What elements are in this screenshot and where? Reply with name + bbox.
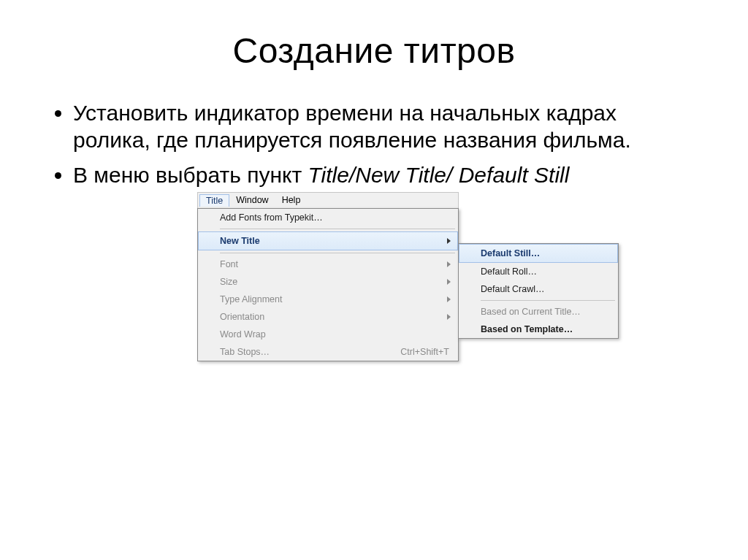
submenu-arrow-icon [447, 261, 451, 267]
slide-title: Создание титров [0, 0, 748, 84]
menuitem-label: Add Fonts from Typekit… [220, 212, 455, 223]
menuitem-label: Default Crawl… [481, 284, 615, 294]
submenu-based-current[interactable]: Based on Current Title… [459, 303, 618, 321]
menuitem-add-fonts[interactable]: Add Fonts from Typekit… [198, 209, 458, 226]
bullet-2-prefix: В меню выбрать пункт [73, 163, 308, 187]
menuitem-label: Based on Template… [481, 324, 615, 334]
menuitem-new-title[interactable]: New Title [198, 231, 458, 250]
menubar-window[interactable]: Window [229, 193, 275, 207]
submenu-arrow-icon [447, 238, 451, 244]
new-title-submenu: Default Still… Default Roll… Default Cra… [458, 243, 619, 339]
submenu-default-crawl[interactable]: Default Crawl… [459, 280, 618, 298]
menu-separator [481, 300, 615, 301]
menuitem-label: Default Roll… [481, 266, 615, 277]
menuitem-orientation[interactable]: Orientation [198, 308, 458, 326]
menuitem-tab-stops[interactable]: Tab Stops… Ctrl+Shift+T [198, 343, 458, 361]
menuitem-label: Word Wrap [220, 329, 455, 340]
menu-separator [220, 229, 455, 229]
menuitem-font[interactable]: Font [198, 256, 458, 273]
bullet-2-italic: Title/New Title/ Default Still [308, 163, 570, 187]
menuitem-label: Based on Current Title… [481, 307, 615, 317]
submenu-default-still[interactable]: Default Still… [459, 244, 618, 263]
menuitem-shortcut: Ctrl+Shift+T [400, 347, 455, 357]
slide-content: Установить индикатор времени на начальны… [0, 84, 748, 367]
menuitem-label: Size [220, 277, 447, 287]
menuitem-label: Tab Stops… [220, 347, 400, 357]
submenu-arrow-icon [447, 314, 451, 320]
menuitem-label: Font [220, 259, 447, 269]
submenu-default-roll[interactable]: Default Roll… [459, 263, 618, 280]
menuitem-type-alignment[interactable]: Type Alignment [198, 291, 458, 308]
menuitem-label: New Title [220, 236, 447, 246]
menu-screenshot: Title Window Help Add Fonts from Typekit… [197, 192, 697, 361]
menubar: Title Window Help [197, 192, 459, 208]
title-dropdown: Add Fonts from Typekit… New Title Font S… [197, 208, 459, 361]
menuitem-label: Default Still… [481, 248, 615, 258]
menuitem-word-wrap[interactable]: Word Wrap [198, 326, 458, 343]
menubar-help[interactable]: Help [275, 193, 308, 207]
bullet-list: Установить индикатор времени на начальны… [51, 100, 697, 189]
menuitem-label: Type Alignment [220, 294, 447, 304]
submenu-based-template[interactable]: Based on Template… [459, 321, 618, 338]
slide: Создание титров Установить индикатор вре… [0, 0, 748, 560]
menuitem-label: Orientation [220, 312, 447, 322]
menuitem-size[interactable]: Size [198, 273, 458, 291]
bullet-item-2: В меню выбрать пункт Title/New Title/ De… [73, 162, 697, 189]
submenu-arrow-icon [447, 279, 451, 285]
menu-separator [220, 253, 455, 253]
bullet-item-1: Установить индикатор времени на начальны… [73, 100, 697, 153]
menubar-title[interactable]: Title [199, 194, 229, 207]
submenu-arrow-icon [447, 296, 451, 302]
